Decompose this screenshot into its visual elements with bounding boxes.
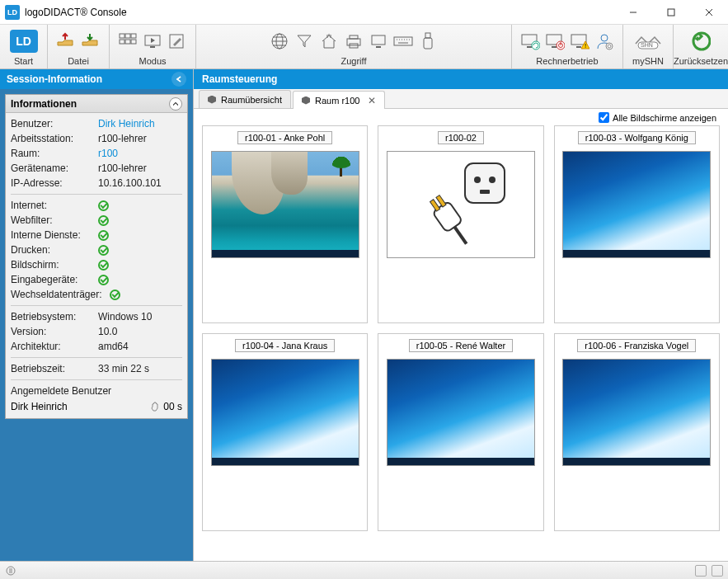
label-arch: Architektur: <box>11 341 98 352</box>
screen-r100-01[interactable]: r100-01 - Anke Pohl <box>202 125 368 323</box>
pc-warn-icon[interactable]: ! <box>570 31 589 51</box>
screen-label: r100-05 - René Walter <box>409 339 513 352</box>
value-raum[interactable]: r100 <box>98 148 118 159</box>
collapse-sidebar-button[interactable] <box>171 72 186 87</box>
collect-file-icon[interactable] <box>81 31 101 51</box>
svg-point-55 <box>489 177 496 183</box>
globe-icon[interactable] <box>270 31 289 51</box>
screen-thumbnail <box>387 359 535 466</box>
value-arch: amd64 <box>98 341 129 352</box>
keyboard-icon[interactable] <box>393 31 413 51</box>
screen-r100-02[interactable]: r100-02 <box>378 125 543 323</box>
label-eingabe: Eingabegeräte: <box>11 274 98 285</box>
svg-text:!: ! <box>585 42 586 49</box>
monitor-icon[interactable] <box>369 31 388 51</box>
value-geraetename: r100-lehrer <box>98 162 147 174</box>
toolbar-group-datei: Datei <box>48 25 110 68</box>
info-panel: Informationen Benutzer:Dirk Heinrich Arb… <box>5 94 188 419</box>
toolbar-group-rechnerbetrieb: ! Rechnerbetrieb <box>512 25 623 68</box>
app-logo-icon: LD <box>5 5 20 20</box>
svg-rect-32 <box>425 33 430 38</box>
toolbar-label-reset: Zurücksetzen <box>674 56 728 66</box>
label-geraetename: Gerätename: <box>11 162 98 174</box>
collapse-info-button[interactable] <box>169 97 182 111</box>
check-icon <box>98 245 109 256</box>
maximize-button[interactable] <box>652 0 690 25</box>
svg-rect-53 <box>465 163 505 203</box>
toolbar-group-zugriff: Zugriff <box>196 25 512 68</box>
window-title: logoDIDACT® Console <box>25 7 614 18</box>
user-icon[interactable] <box>594 31 614 51</box>
minimize-button[interactable] <box>614 0 652 25</box>
filter-icon[interactable] <box>294 31 314 51</box>
close-tab-icon[interactable]: ✕ <box>368 95 376 106</box>
svg-rect-4 <box>120 34 124 38</box>
label-raum: Raum: <box>11 148 98 159</box>
svg-rect-9 <box>131 40 136 44</box>
statusbar <box>0 561 728 579</box>
value-ip: 10.16.100.101 <box>98 177 162 189</box>
close-button[interactable] <box>690 0 728 25</box>
svg-point-46 <box>601 35 608 41</box>
house-icon[interactable] <box>319 31 339 51</box>
svg-marker-11 <box>151 38 155 43</box>
value-uptime: 33 min 22 s <box>98 363 149 374</box>
screen-r100-06[interactable]: r100-06 - Franziska Vogel <box>554 333 720 531</box>
printer-icon[interactable] <box>344 31 364 51</box>
titlebar: LD logoDIDACT® Console <box>0 0 728 25</box>
check-icon <box>98 200 109 211</box>
tab-raum-r100[interactable]: Raum r100✕ <box>293 91 385 109</box>
screen-r100-05[interactable]: r100-05 - René Walter <box>378 333 543 531</box>
distribute-file-icon[interactable] <box>56 31 76 51</box>
pc-power-icon[interactable] <box>545 31 565 51</box>
edit-icon[interactable] <box>167 31 187 51</box>
pc-sync-icon[interactable] <box>520 31 540 51</box>
check-icon <box>98 275 109 285</box>
value-arbeitsstation: r100-lehrer <box>98 133 147 144</box>
screen-label: r100-03 - Wolfgang König <box>578 131 696 144</box>
start-logo-icon: LD <box>10 30 38 53</box>
screen-r100-04[interactable]: r100-04 - Jana Kraus <box>202 333 368 531</box>
tab-label: Raum r100 <box>315 96 359 106</box>
screen-thumbnail <box>562 359 711 466</box>
play-screen-icon[interactable] <box>143 31 162 51</box>
status-icon-1[interactable] <box>695 565 707 577</box>
tab-raumuebersicht[interactable]: Raumübersicht <box>199 90 291 108</box>
label-wechsel: Wechseldatenträger: <box>11 289 110 300</box>
toolbar-group-start[interactable]: LD Start <box>0 25 48 68</box>
info-panel-header[interactable]: Informationen <box>6 95 187 113</box>
screen-label: r100-02 <box>438 131 484 144</box>
toolbar-group-reset[interactable]: Zurücksetzen <box>674 25 728 68</box>
svg-point-54 <box>474 177 481 183</box>
logged-user: Dirk Heinrich <box>11 401 68 412</box>
cube-icon <box>208 96 216 104</box>
session-header: Session-Information <box>0 69 193 89</box>
screen-thumbnail-offline <box>387 151 535 258</box>
check-icon <box>98 230 109 241</box>
toolbar-group-myshn[interactable]: SHN mySHN <box>623 25 674 68</box>
label-benutzer: Benutzer: <box>11 118 98 129</box>
status-icon-2[interactable] <box>712 565 723 577</box>
label-bildschirm: Bildschirm: <box>11 259 98 271</box>
screen-thumbnail <box>211 151 359 258</box>
check-icon <box>98 260 109 271</box>
value-benutzer[interactable]: Dirk Heinrich <box>98 118 155 129</box>
svg-rect-19 <box>347 39 360 45</box>
svg-rect-56 <box>480 190 490 194</box>
screen-thumbnail <box>562 151 711 258</box>
label-os: Betriebsystem: <box>11 311 98 322</box>
unplugged-icon <box>407 155 514 254</box>
screen-r100-03[interactable]: r100-03 - Wolfgang König <box>554 125 720 323</box>
screens-grid-icon[interactable] <box>118 31 138 51</box>
screen-thumbnail <box>211 359 359 466</box>
show-all-checkbox[interactable]: Alle Bildschirme anzeigen <box>599 112 716 123</box>
usb-icon[interactable] <box>418 31 438 51</box>
reset-icon <box>691 31 711 51</box>
show-all-input[interactable] <box>599 112 609 123</box>
status-left-icon[interactable] <box>5 565 16 577</box>
toolbar-label-zugriff: Zugriff <box>341 56 366 66</box>
toolbar-label-datei: Datei <box>68 56 89 66</box>
label-interne: Interne Dienste: <box>11 229 98 241</box>
svg-rect-24 <box>394 37 412 45</box>
svg-rect-20 <box>350 35 358 39</box>
